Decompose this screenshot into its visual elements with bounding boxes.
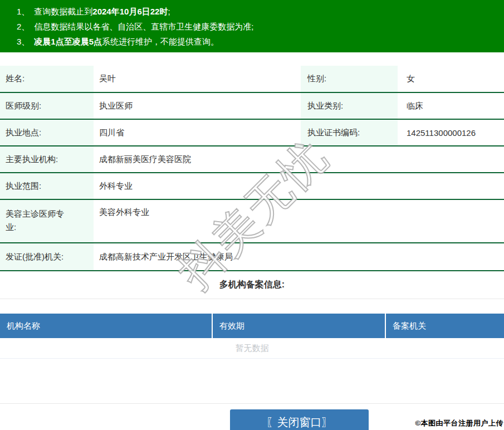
field-label-certificate-no: 执业证书编码: — [301, 120, 398, 145]
notice-text: 查询数据截止到 — [34, 7, 92, 16]
info-row-name-gender: 姓名: 吴叶 性别: 女 — [0, 66, 504, 93]
field-label-gender: 性别: — [301, 66, 398, 92]
notice-text: 信息数据结果以各省、自治区、直辖市卫生健康委数据为准; — [34, 22, 253, 31]
empty-table-body — [0, 359, 504, 404]
notice-text: ; — [168, 7, 170, 16]
field-value-doctor-level: 执业医师 — [94, 93, 298, 119]
field-label-practice-location: 执业地点: — [0, 120, 94, 145]
field-value-practice-scope: 外科专业 — [94, 173, 504, 199]
info-row-location-certno: 执业地点: 四川省 执业证书编码: 142511300000126 — [0, 120, 504, 146]
field-value-name: 吴叶 — [94, 66, 298, 92]
field-label-doctor-level: 医师级别: — [0, 93, 94, 119]
filing-table-header: 机构名称 有效期 备案机关 — [0, 314, 504, 338]
close-window-button[interactable]: 〖关闭窗口〗 — [230, 409, 369, 430]
field-value-issuing-authority: 成都高新技术产业开发区卫生健康局 — [94, 243, 504, 270]
notice-text: 系统进行维护，不能提供查询。 — [102, 37, 219, 46]
notice-line-1: 1、查询数据截止到2024年10月6日22时; — [17, 4, 504, 19]
doctor-info-table: 姓名: 吴叶 性别: 女 医师级别: 执业医师 执业类别: 临床 执业地点: 四… — [0, 66, 504, 271]
filing-table: 机构名称 有效期 备案机关 暂无数据 — [0, 314, 504, 404]
field-label-practice-category: 执业类别: — [301, 93, 398, 119]
notice-line-2: 2、信息数据结果以各省、自治区、直辖市卫生健康委数据为准; — [17, 19, 504, 34]
field-value-cosmetic-specialty: 美容外科专业 — [94, 200, 504, 242]
notice-text-bold: 2024年10月6日22时 — [92, 7, 168, 16]
field-label-name: 姓名: — [0, 66, 94, 92]
filing-header-filing-authority: 备案机关 — [386, 314, 504, 338]
field-value-practice-location: 四川省 — [94, 120, 298, 145]
field-label-practice-scope: 执业范围: — [0, 173, 94, 199]
empty-data-text: 暂无数据 — [0, 338, 504, 359]
notice-number: 1、 — [17, 7, 30, 16]
filing-header-validity-period: 有效期 — [213, 314, 386, 338]
field-label-issuing-authority: 发证(批准)机关: — [0, 243, 94, 270]
notice-number: 3、 — [17, 37, 30, 46]
field-label-cosmetic-specialty: 美容主诊医师专业: — [0, 200, 94, 242]
info-row-main-institution: 主要执业机构: 成都新丽美医疗美容医院 — [0, 146, 504, 173]
info-row-practice-scope: 执业范围: 外科专业 — [0, 173, 504, 200]
notice-text-bold: 凌晨1点至凌晨5点 — [34, 37, 102, 46]
info-row-level-category: 医师级别: 执业医师 执业类别: 临床 — [0, 93, 504, 120]
copyright-watermark: ©本图由平台注册用户上传 — [415, 418, 503, 428]
field-value-gender: 女 — [398, 66, 504, 92]
notice-line-3: 3、凌晨1点至凌晨5点系统进行维护，不能提供查询。 — [17, 34, 504, 49]
section-title-multi-institution: 多机构备案信息: — [0, 271, 504, 299]
field-label-main-institution: 主要执业机构: — [0, 146, 94, 172]
info-row-cosmetic-specialty: 美容主诊医师专业: 美容外科专业 — [0, 200, 504, 243]
field-value-main-institution: 成都新丽美医疗美容医院 — [94, 146, 504, 172]
filing-header-institution-name: 机构名称 — [0, 314, 213, 338]
notice-banner: 1、查询数据截止到2024年10月6日22时; 2、信息数据结果以各省、自治区、… — [0, 0, 504, 52]
field-value-practice-category: 临床 — [398, 93, 504, 119]
info-row-issuing-authority: 发证(批准)机关: 成都高新技术产业开发区卫生健康局 — [0, 243, 504, 271]
field-value-certificate-no: 142511300000126 — [398, 120, 504, 145]
notice-number: 2、 — [17, 22, 30, 31]
